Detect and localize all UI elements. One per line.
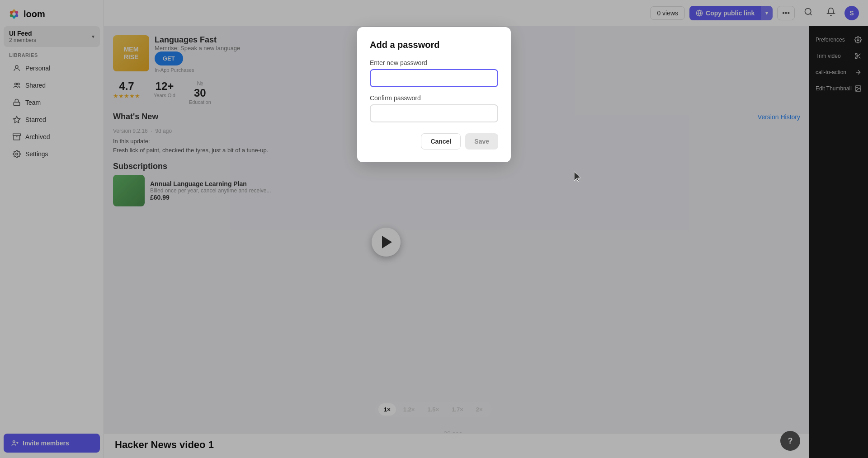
confirm-password-label: Confirm password xyxy=(370,94,498,102)
cursor-indicator xyxy=(574,172,583,184)
save-button[interactable]: Save xyxy=(465,133,498,150)
cancel-button[interactable]: Cancel xyxy=(421,133,461,150)
cursor-icon xyxy=(574,172,583,182)
add-password-modal: Add a password Enter new password Confir… xyxy=(357,27,511,162)
new-password-label: Enter new password xyxy=(370,59,498,66)
confirm-password-input[interactable] xyxy=(370,104,498,122)
new-password-input[interactable] xyxy=(370,69,498,87)
modal-actions: Cancel Save xyxy=(370,133,498,150)
password-modal-overlay: Add a password Enter new password Confir… xyxy=(0,0,868,458)
modal-title: Add a password xyxy=(370,40,498,50)
